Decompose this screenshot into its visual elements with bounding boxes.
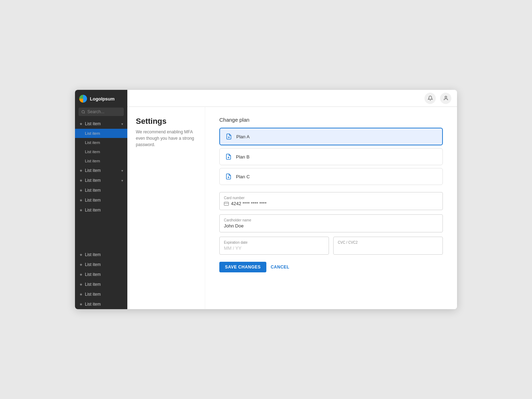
content: Settings We recommend enabling MFA even … [127, 107, 457, 309]
nav-label: List item [85, 208, 101, 213]
main-area: Settings We recommend enabling MFA even … [127, 90, 457, 309]
plan-a-icon [226, 133, 232, 140]
star-icon: ★ [79, 188, 83, 193]
star-icon: ★ [79, 208, 83, 213]
sidebar: LogoIpsum ★ List item ▾ List item List i… [75, 90, 127, 309]
sidebar-bottom-0[interactable]: ★ List item [75, 250, 127, 260]
search-icon [81, 110, 85, 114]
sidebar-item-6[interactable]: ★ List item ▾ [75, 175, 127, 185]
settings-title: Settings [136, 117, 196, 126]
star-icon: ★ [79, 253, 83, 257]
plan-b-icon [225, 154, 232, 160]
nav-label: List item [85, 198, 101, 203]
sidebar-bottom-4[interactable]: ★ List item [75, 289, 127, 299]
star-icon: ★ [79, 198, 83, 203]
logo-icon [79, 95, 87, 103]
star-icon: ★ [79, 122, 83, 126]
plan-b-card[interactable]: Plan B [219, 148, 443, 165]
cvc-field[interactable]: CVC / CVC2 [333, 237, 443, 255]
sidebar-item-8[interactable]: ★ List item [75, 195, 127, 205]
sidebar-item-3[interactable]: List item [75, 147, 127, 156]
notification-button[interactable] [424, 93, 436, 104]
svg-rect-9 [224, 202, 229, 205]
sidebar-item-2[interactable]: List item [75, 138, 127, 147]
plan-a-label: Plan A [236, 134, 250, 139]
sidebar-item-9[interactable]: ★ List item [75, 205, 127, 215]
plan-b-label: Plan B [236, 154, 249, 160]
star-icon: ★ [79, 272, 83, 277]
sidebar-bottom-1[interactable]: ★ List item [75, 260, 127, 270]
plan-a-card[interactable]: Plan A [219, 128, 443, 145]
search-container [79, 108, 124, 116]
bell-icon [428, 96, 433, 101]
star-icon: ★ [79, 262, 83, 267]
nav-label: List item [85, 121, 101, 126]
nav-label: List item [85, 292, 101, 297]
sidebar-item-7[interactable]: ★ List item [75, 185, 127, 195]
cardholder-label: Cardholder name [224, 218, 438, 222]
star-icon: ★ [79, 282, 83, 287]
sidebar-item-0[interactable]: ★ List item ▾ [75, 119, 127, 129]
search-input[interactable] [87, 109, 121, 114]
logo-text: LogoIpsum [90, 96, 115, 102]
cvc-label: CVC / CVC2 [338, 241, 438, 244]
plan-c-card[interactable]: Plan C [219, 168, 443, 185]
svg-point-2 [445, 96, 447, 98]
nav-label: List item [85, 159, 100, 163]
sidebar-bottom-2[interactable]: ★ List item [75, 270, 127, 279]
settings-description: We recommend enabling MFA even though yo… [136, 129, 196, 148]
chevron-icon: ▾ [121, 169, 123, 173]
nav-label: List item [85, 150, 100, 154]
nav-label: List item [85, 188, 101, 193]
user-icon [443, 96, 449, 101]
credit-card-icon [224, 201, 229, 206]
chevron-icon: ▾ [121, 122, 123, 126]
nav-label: List item [85, 272, 101, 277]
sidebar-bottom: ★ List item ★ List item ★ List item ★ Li… [75, 250, 127, 309]
star-icon: ★ [79, 292, 83, 297]
cardholder-field: Cardholder name John Doe [219, 214, 443, 232]
sidebar-item-1[interactable]: List item [75, 129, 127, 138]
nav-label: List item [85, 282, 101, 287]
card-number-field: Card number 4242 **** **** **** [219, 192, 443, 210]
nav-label: List item [85, 140, 100, 145]
nav-label: List item [85, 302, 101, 307]
star-icon: ★ [79, 168, 83, 173]
sidebar-item-5[interactable]: ★ List item ▾ [75, 166, 127, 175]
nav-label: List item [85, 262, 101, 267]
plan-c-icon [225, 173, 232, 180]
nav-label: List item [85, 131, 100, 135]
chevron-icon: ▾ [121, 179, 123, 183]
expiration-field[interactable]: Expiration date MM / YY [219, 237, 329, 255]
save-changes-button[interactable]: SAVE CHANGES [219, 262, 266, 272]
star-icon: ★ [79, 302, 83, 307]
expiration-cvc-row: Expiration date MM / YY CVC / CVC2 [219, 237, 443, 259]
sidebar-item-4[interactable]: List item [75, 156, 127, 166]
sidebar-bottom-3[interactable]: ★ List item [75, 279, 127, 289]
plan-c-label: Plan C [236, 174, 250, 179]
expiration-placeholder: MM / YY [224, 245, 324, 251]
app-window: LogoIpsum ★ List item ▾ List item List i… [75, 90, 457, 309]
card-number-label: Card number [224, 196, 438, 200]
payment-form: Card number 4242 **** **** **** Cardhold… [219, 192, 443, 272]
settings-sidebar: Settings We recommend enabling MFA even … [127, 107, 205, 309]
nav-label: List item [85, 168, 101, 173]
user-avatar-button[interactable] [440, 93, 451, 104]
card-number-value: 4242 **** **** **** [231, 201, 266, 206]
cardholder-value: John Doe [224, 223, 438, 229]
logo: LogoIpsum [75, 90, 127, 106]
cancel-button[interactable]: CANCEL [271, 265, 289, 270]
svg-point-0 [82, 110, 84, 113]
svg-line-1 [84, 112, 85, 113]
nav-label: List item [85, 178, 101, 183]
change-plan-title: Change plan [219, 117, 443, 123]
topbar [127, 90, 457, 107]
form-actions: SAVE CHANGES CANCEL [219, 262, 443, 272]
sidebar-nav: ★ List item ▾ List item List item List i… [75, 119, 127, 250]
sidebar-bottom-5[interactable]: ★ List item [75, 299, 127, 309]
settings-main: Change plan Plan A Plan B Plan C [205, 107, 457, 309]
star-icon: ★ [79, 178, 83, 183]
expiration-label: Expiration date [224, 241, 324, 244]
nav-label: List item [85, 252, 101, 257]
